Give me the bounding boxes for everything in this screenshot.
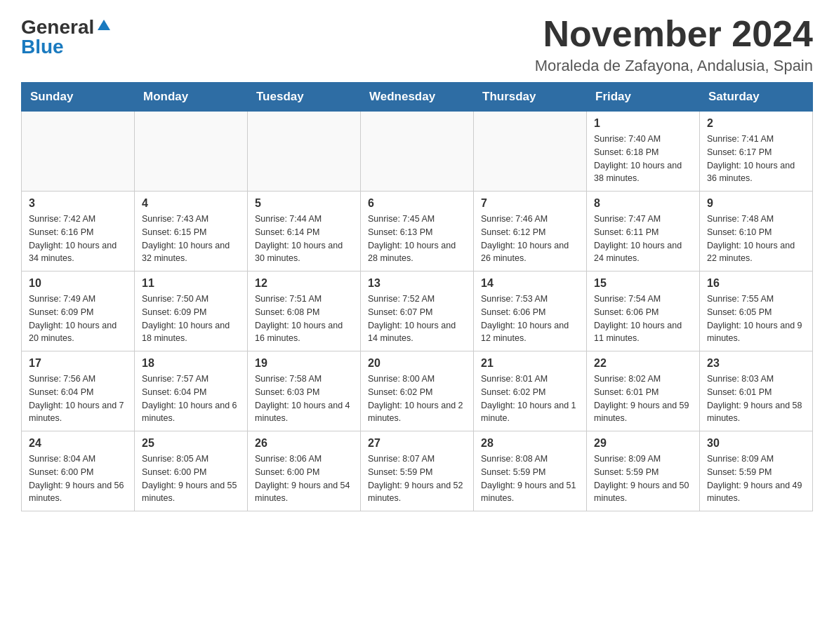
week-row-2: 3Sunrise: 7:42 AMSunset: 6:16 PMDaylight…: [22, 192, 813, 271]
calendar-cell: 21Sunrise: 8:01 AMSunset: 6:02 PMDayligh…: [474, 351, 587, 431]
day-info: Sunrise: 7:53 AMSunset: 6:06 PMDaylight:…: [481, 293, 579, 345]
calendar-cell: 1Sunrise: 7:40 AMSunset: 6:18 PMDaylight…: [587, 112, 700, 192]
day-info: Sunrise: 7:41 AMSunset: 6:17 PMDaylight:…: [707, 133, 805, 185]
day-number: 9: [707, 197, 805, 210]
week-row-4: 17Sunrise: 7:56 AMSunset: 6:04 PMDayligh…: [22, 351, 813, 431]
calendar-title: November 2024: [535, 14, 813, 54]
day-header-saturday: Saturday: [700, 83, 813, 112]
day-info: Sunrise: 7:45 AMSunset: 6:13 PMDaylight:…: [368, 213, 466, 265]
day-info: Sunrise: 8:06 AMSunset: 6:00 PMDaylight:…: [255, 452, 353, 505]
calendar-cell: 18Sunrise: 7:57 AMSunset: 6:04 PMDayligh…: [135, 351, 248, 431]
calendar-cell: 4Sunrise: 7:43 AMSunset: 6:15 PMDaylight…: [135, 192, 248, 271]
day-number: 30: [707, 437, 805, 450]
calendar-cell: [135, 112, 248, 192]
day-number: 28: [481, 437, 579, 450]
day-number: 11: [142, 277, 240, 290]
calendar-cell: [361, 112, 474, 192]
day-info: Sunrise: 7:43 AMSunset: 6:15 PMDaylight:…: [142, 213, 240, 265]
day-number: 27: [368, 437, 466, 450]
day-info: Sunrise: 7:49 AMSunset: 6:09 PMDaylight:…: [29, 293, 127, 345]
day-number: 19: [255, 357, 353, 370]
day-header-tuesday: Tuesday: [248, 83, 361, 112]
day-number: 22: [594, 357, 692, 370]
day-number: 7: [481, 197, 579, 210]
week-row-3: 10Sunrise: 7:49 AMSunset: 6:09 PMDayligh…: [22, 271, 813, 351]
calendar-cell: 13Sunrise: 7:52 AMSunset: 6:07 PMDayligh…: [361, 271, 474, 351]
calendar-cell: 7Sunrise: 7:46 AMSunset: 6:12 PMDaylight…: [474, 192, 587, 271]
day-number: 18: [142, 357, 240, 370]
calendar-cell: 8Sunrise: 7:47 AMSunset: 6:11 PMDaylight…: [587, 192, 700, 271]
calendar-cell: 27Sunrise: 8:07 AMSunset: 5:59 PMDayligh…: [361, 431, 474, 511]
calendar-table: SundayMondayTuesdayWednesdayThursdayFrid…: [21, 82, 813, 511]
calendar-cell: [474, 112, 587, 192]
day-info: Sunrise: 8:02 AMSunset: 6:01 PMDaylight:…: [594, 373, 692, 425]
calendar-cell: 22Sunrise: 8:02 AMSunset: 6:01 PMDayligh…: [587, 351, 700, 431]
day-info: Sunrise: 8:08 AMSunset: 5:59 PMDaylight:…: [481, 452, 579, 505]
day-number: 8: [594, 197, 692, 210]
day-number: 2: [707, 117, 805, 130]
calendar-cell: 29Sunrise: 8:09 AMSunset: 5:59 PMDayligh…: [587, 431, 700, 511]
day-info: Sunrise: 7:58 AMSunset: 6:03 PMDaylight:…: [255, 373, 353, 425]
week-row-5: 24Sunrise: 8:04 AMSunset: 6:00 PMDayligh…: [22, 431, 813, 511]
day-info: Sunrise: 8:05 AMSunset: 6:00 PMDaylight:…: [142, 452, 240, 505]
calendar-cell: 2Sunrise: 7:41 AMSunset: 6:17 PMDaylight…: [700, 112, 813, 192]
day-header-sunday: Sunday: [22, 83, 135, 112]
day-number: 6: [368, 197, 466, 210]
calendar-cell: 17Sunrise: 7:56 AMSunset: 6:04 PMDayligh…: [22, 351, 135, 431]
day-info: Sunrise: 7:55 AMSunset: 6:05 PMDaylight:…: [707, 293, 805, 345]
day-info: Sunrise: 8:04 AMSunset: 6:00 PMDaylight:…: [29, 452, 127, 505]
calendar-cell: [248, 112, 361, 192]
day-number: 14: [481, 277, 579, 290]
calendar-cell: [22, 112, 135, 192]
day-number: 17: [29, 357, 127, 370]
day-info: Sunrise: 8:07 AMSunset: 5:59 PMDaylight:…: [368, 452, 466, 505]
day-number: 10: [29, 277, 127, 290]
calendar-cell: 10Sunrise: 7:49 AMSunset: 6:09 PMDayligh…: [22, 271, 135, 351]
day-number: 3: [29, 197, 127, 210]
day-info: Sunrise: 7:52 AMSunset: 6:07 PMDaylight:…: [368, 293, 466, 345]
calendar-cell: 9Sunrise: 7:48 AMSunset: 6:10 PMDaylight…: [700, 192, 813, 271]
calendar-cell: 5Sunrise: 7:44 AMSunset: 6:14 PMDaylight…: [248, 192, 361, 271]
day-info: Sunrise: 7:42 AMSunset: 6:16 PMDaylight:…: [29, 213, 127, 265]
day-number: 25: [142, 437, 240, 450]
day-number: 21: [481, 357, 579, 370]
calendar-cell: 25Sunrise: 8:05 AMSunset: 6:00 PMDayligh…: [135, 431, 248, 511]
logo: General Blue: [21, 14, 110, 57]
calendar-cell: 12Sunrise: 7:51 AMSunset: 6:08 PMDayligh…: [248, 271, 361, 351]
day-number: 15: [594, 277, 692, 290]
logo-blue-text: Blue: [21, 37, 64, 57]
page-header: General Blue November 2024 Moraleda de Z…: [21, 14, 813, 75]
calendar-cell: 20Sunrise: 8:00 AMSunset: 6:02 PMDayligh…: [361, 351, 474, 431]
calendar-cell: 11Sunrise: 7:50 AMSunset: 6:09 PMDayligh…: [135, 271, 248, 351]
calendar-cell: 26Sunrise: 8:06 AMSunset: 6:00 PMDayligh…: [248, 431, 361, 511]
day-number: 26: [255, 437, 353, 450]
day-info: Sunrise: 7:54 AMSunset: 6:06 PMDaylight:…: [594, 293, 692, 345]
day-header-thursday: Thursday: [474, 83, 587, 112]
calendar-cell: 15Sunrise: 7:54 AMSunset: 6:06 PMDayligh…: [587, 271, 700, 351]
calendar-cell: 24Sunrise: 8:04 AMSunset: 6:00 PMDayligh…: [22, 431, 135, 511]
day-info: Sunrise: 7:57 AMSunset: 6:04 PMDaylight:…: [142, 373, 240, 425]
day-info: Sunrise: 7:40 AMSunset: 6:18 PMDaylight:…: [594, 133, 692, 185]
day-header-friday: Friday: [587, 83, 700, 112]
calendar-header-row: SundayMondayTuesdayWednesdayThursdayFrid…: [22, 83, 813, 112]
day-info: Sunrise: 7:51 AMSunset: 6:08 PMDaylight:…: [255, 293, 353, 345]
day-number: 12: [255, 277, 353, 290]
day-info: Sunrise: 7:46 AMSunset: 6:12 PMDaylight:…: [481, 213, 579, 265]
calendar-cell: 6Sunrise: 7:45 AMSunset: 6:13 PMDaylight…: [361, 192, 474, 271]
day-info: Sunrise: 7:47 AMSunset: 6:11 PMDaylight:…: [594, 213, 692, 265]
day-header-wednesday: Wednesday: [361, 83, 474, 112]
day-info: Sunrise: 7:56 AMSunset: 6:04 PMDaylight:…: [29, 373, 127, 425]
calendar-cell: 14Sunrise: 7:53 AMSunset: 6:06 PMDayligh…: [474, 271, 587, 351]
day-number: 20: [368, 357, 466, 370]
calendar-cell: 30Sunrise: 8:09 AMSunset: 5:59 PMDayligh…: [700, 431, 813, 511]
day-header-monday: Monday: [135, 83, 248, 112]
day-info: Sunrise: 7:50 AMSunset: 6:09 PMDaylight:…: [142, 293, 240, 345]
day-number: 1: [594, 117, 692, 130]
title-area: November 2024 Moraleda de Zafayona, Anda…: [535, 14, 813, 75]
calendar-cell: 23Sunrise: 8:03 AMSunset: 6:01 PMDayligh…: [700, 351, 813, 431]
day-info: Sunrise: 8:09 AMSunset: 5:59 PMDaylight:…: [594, 452, 692, 505]
day-info: Sunrise: 7:48 AMSunset: 6:10 PMDaylight:…: [707, 213, 805, 265]
calendar-cell: 16Sunrise: 7:55 AMSunset: 6:05 PMDayligh…: [700, 271, 813, 351]
week-row-1: 1Sunrise: 7:40 AMSunset: 6:18 PMDaylight…: [22, 112, 813, 192]
day-info: Sunrise: 8:01 AMSunset: 6:02 PMDaylight:…: [481, 373, 579, 425]
